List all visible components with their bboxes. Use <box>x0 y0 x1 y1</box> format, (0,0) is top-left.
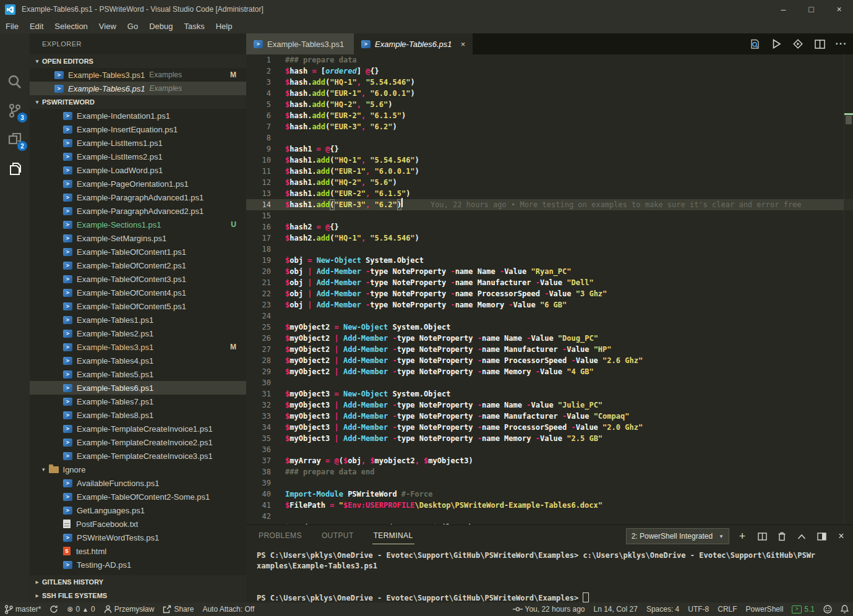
status-item-przemys-aw[interactable]: Przemysław <box>100 602 159 616</box>
open-editor-item[interactable]: >Example-Tables6.ps1Examples <box>30 82 246 95</box>
file-row[interactable]: >Example-ListItems1.ps1 <box>30 136 246 150</box>
code-line[interactable]: 35$myObject3 | Add-Member -type NoteProp… <box>246 433 853 444</box>
new-terminal-icon[interactable]: + <box>735 529 749 543</box>
status-item-crlf[interactable]: CRLF <box>713 602 741 616</box>
menu-selection[interactable]: Selection <box>49 20 93 33</box>
code-line[interactable]: 19$obj = New-Object System.Object <box>246 255 853 266</box>
maximize-panel-icon[interactable] <box>795 529 808 543</box>
file-row[interactable]: >Example-Tables2.ps1 <box>30 327 246 340</box>
status-item-5-1[interactable]: >5.1 <box>787 602 819 616</box>
menu-view[interactable]: View <box>93 20 122 33</box>
file-row[interactable]: >Example-TableOfContent1.ps1 <box>30 245 246 259</box>
status-item-auto-attach-off[interactable]: Auto Attach: Off <box>198 602 259 616</box>
file-row[interactable]: PostFacebook.txt <box>30 517 246 531</box>
folder-section-header[interactable]: ▾ PSWRITEWORD <box>30 95 246 109</box>
file-row[interactable]: >Example-Tables1.ps1 <box>30 313 246 327</box>
status-item-0[interactable]: ⊗0▲0 <box>62 602 99 616</box>
code-line[interactable]: 13$hash1.add("EUR-2", "6.1.5") <box>246 188 853 199</box>
file-row[interactable]: >Example-TemplateCreateInvoice2.ps1 <box>30 435 246 449</box>
code-line[interactable]: 10$hash1.add("HQ-1", "5.54.546") <box>246 155 853 166</box>
code-line[interactable]: 28$myObject2 | Add-Member -type NoteProp… <box>246 355 853 366</box>
panel-tab-output[interactable]: OUTPUT <box>320 528 355 544</box>
kill-terminal-icon[interactable] <box>775 529 789 543</box>
code-line[interactable]: 15 <box>246 210 853 221</box>
code-line[interactable]: 9$hash1 = @{} <box>246 143 853 155</box>
editor-tab[interactable]: >Example-Tables6.ps1× <box>354 33 473 54</box>
code-line[interactable]: 18 <box>246 244 853 255</box>
open-changes-icon[interactable] <box>747 36 763 52</box>
panel-tab-terminal[interactable]: TERMINAL <box>372 528 414 544</box>
file-row[interactable]: 5test.html <box>30 544 246 558</box>
status-item-powershell[interactable]: PowerShell <box>742 602 788 616</box>
status-item-ln-14-col-27[interactable]: Ln 14, Col 27 <box>589 602 642 616</box>
file-row[interactable]: >Example-Indentation1.ps1 <box>30 109 246 122</box>
code-line[interactable]: 4$hash.add("EUR-1", "6.0.0.1") <box>246 88 853 99</box>
run-script-icon[interactable] <box>768 36 784 52</box>
file-row[interactable]: >PSWriteWordTests.ps1 <box>30 531 246 544</box>
open-editors-header[interactable]: ▾ OPEN EDITORS <box>30 54 246 68</box>
code-editor[interactable]: 1### prepare data2$hash = [ordered] @{}3… <box>246 54 853 524</box>
code-line[interactable]: 12$hash1.add("HQ-2", "5.6") <box>246 177 853 188</box>
file-row[interactable]: >Example-SetMargins.ps1 <box>30 231 246 245</box>
code-line[interactable]: 26$myObject2 | Add-Member -type NoteProp… <box>246 333 853 344</box>
code-line[interactable]: 11$hash1.add("EUR-1", "6.0.0.1") <box>246 166 853 177</box>
menu-debug[interactable]: Debug <box>144 20 178 33</box>
file-row[interactable]: >Example-LoadWord.ps1 <box>30 163 246 177</box>
code-line[interactable]: 21$obj | Add-Member -type NoteProperty -… <box>246 277 853 288</box>
file-row[interactable]: >Example-PageOrientation1.ps1 <box>30 177 246 190</box>
code-line[interactable]: 6$hash.add("EUR-2", "6.1.5") <box>246 110 853 121</box>
file-row[interactable]: >GetLanguages.ps1 <box>30 503 246 517</box>
gitlens-icon[interactable] <box>790 36 806 52</box>
code-line[interactable]: 3$hash.add("HQ-1", "5.54.546") <box>246 77 853 88</box>
file-row[interactable]: >Example-Tables5.ps1 <box>30 367 246 381</box>
close-panel-icon[interactable]: × <box>834 529 848 543</box>
file-row[interactable]: >Example-Tables8.ps1 <box>30 408 246 422</box>
code-line[interactable]: 5$hash.add("HQ-2", "5.6") <box>246 99 853 110</box>
status-item-you-22-hours-ago[interactable]: You, 22 hours ago <box>508 602 589 616</box>
code-line[interactable]: 42 <box>246 511 853 522</box>
file-row[interactable]: >Example-TableOfContent2-Some.ps1 <box>30 490 246 503</box>
code-line[interactable]: 31$myObject3 = New-Object System.Object <box>246 388 853 400</box>
code-line[interactable]: 14$hash1.add("EUR-3", "6.2")You, 22 hour… <box>246 199 853 210</box>
split-editor-icon[interactable] <box>812 36 828 52</box>
code-line[interactable]: 32$myObject3 | Add-Member -type NoteProp… <box>246 400 853 411</box>
code-line[interactable]: 29$myObject2 | Add-Member -type NoteProp… <box>246 366 853 377</box>
minimize-button[interactable]: – <box>769 0 797 19</box>
code-line[interactable]: 34$myObject3 | Add-Member -type NoteProp… <box>246 422 853 433</box>
code-line[interactable]: 24 <box>246 310 853 322</box>
code-line[interactable]: 2$hash = [ordered] @{} <box>246 66 853 77</box>
code-line[interactable]: 39 <box>246 477 853 489</box>
menu-go[interactable]: Go <box>122 20 144 33</box>
code-line[interactable]: 36 <box>246 444 853 455</box>
code-line[interactable]: 38### prepare data end <box>246 466 853 477</box>
explorer-icon[interactable] <box>0 156 30 182</box>
editor-tab[interactable]: >Example-Tables3.ps1 <box>246 33 354 54</box>
code-line[interactable]: 22$obj | Add-Member -type NoteProperty -… <box>246 288 853 299</box>
file-row[interactable]: >Testing-AD.ps1 <box>30 558 246 571</box>
code-line[interactable]: 25$myObject2 = New-Object System.Object <box>246 322 853 333</box>
maximize-button[interactable]: □ <box>797 0 825 19</box>
code-line[interactable]: 16$hash2 = @{} <box>246 221 853 233</box>
editor-scrollbar[interactable] <box>844 54 853 524</box>
status-item-share[interactable]: Share <box>158 602 198 616</box>
file-row[interactable]: >Example-ListItems2.ps1 <box>30 150 246 163</box>
file-row[interactable]: >Example-Tables6.ps1 <box>30 381 246 395</box>
search-icon[interactable] <box>0 69 30 95</box>
scrollbar-thumb[interactable] <box>846 116 852 124</box>
menu-help[interactable]: Help <box>210 20 238 33</box>
terminal-selector[interactable]: 2: PowerShell Integrated ▼ <box>626 528 729 544</box>
extensions-icon[interactable]: 2 <box>0 126 30 152</box>
code-line[interactable]: 7$hash.add("EUR-3", "6.2") <box>246 121 853 132</box>
split-terminal-icon[interactable] <box>755 529 769 543</box>
toggle-panel-position-icon[interactable] <box>815 529 828 543</box>
code-line[interactable]: 8 <box>246 132 853 143</box>
code-line[interactable]: 40Import-Module PSWriteWord #-Force <box>246 489 853 500</box>
status-item[interactable] <box>45 602 62 616</box>
code-line[interactable]: 23$obj | Add-Member -type NoteProperty -… <box>246 299 853 310</box>
code-line[interactable]: 30 <box>246 377 853 388</box>
code-line[interactable]: 1### prepare data <box>246 54 853 66</box>
code-line[interactable]: 17$hash2.add("HQ-1", "5.54.546") <box>246 233 853 244</box>
file-row[interactable]: >Example-TemplateCreateInvoice1.ps1 <box>30 422 246 435</box>
code-line[interactable]: 33$myObject3 | Add-Member -type NoteProp… <box>246 411 853 422</box>
gitlens-history-header[interactable]: ▸ GITLENS HISTORY <box>30 575 246 589</box>
